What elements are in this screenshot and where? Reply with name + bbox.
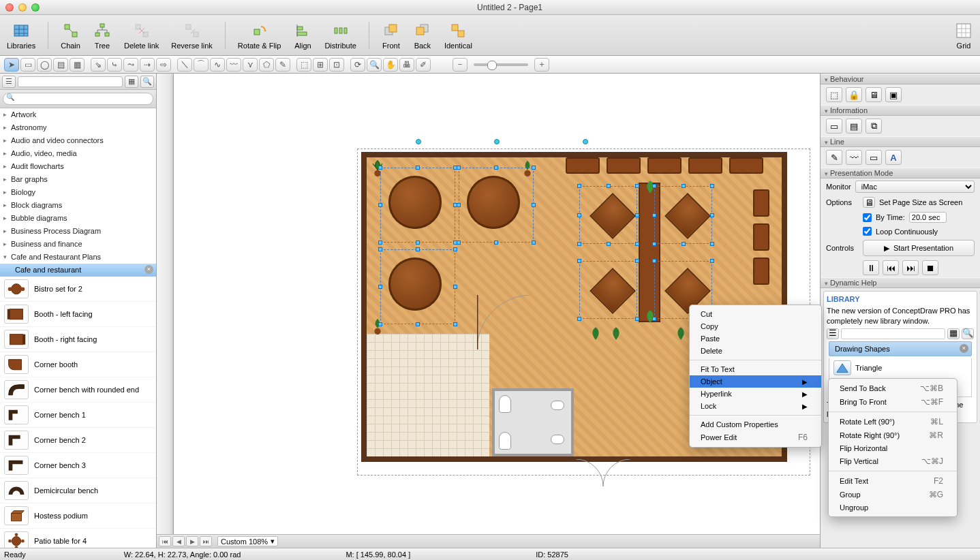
opt-set-page[interactable]: Set Page Size as Screen bbox=[879, 198, 962, 206]
zoom-slider[interactable] bbox=[474, 63, 528, 66]
edit-tool-2[interactable]: ⊞ bbox=[313, 58, 328, 72]
minimize-window-button[interactable] bbox=[18, 3, 27, 12]
ctx-cut[interactable]: Cut bbox=[690, 308, 821, 320]
shape-corner-bench-2[interactable]: Corner bench 2 bbox=[0, 428, 156, 453]
connector-tool-3[interactable]: ⤳ bbox=[123, 58, 138, 72]
pointer-tool[interactable]: ➤ bbox=[4, 58, 19, 72]
library-block-diagrams[interactable]: Block diagrams bbox=[0, 199, 156, 212]
opt-by-time-check[interactable] bbox=[863, 213, 872, 222]
line-style-icon[interactable]: 〰 bbox=[846, 150, 862, 165]
toolbar-chain[interactable]: Chain bbox=[61, 21, 80, 50]
library-biology[interactable]: Biology bbox=[0, 186, 156, 199]
stop-icon[interactable]: ⏹ bbox=[922, 260, 938, 275]
close-icon[interactable]: × bbox=[144, 265, 153, 274]
freeform-tool[interactable]: ✎ bbox=[275, 58, 290, 72]
ellipse-tool[interactable]: ◯ bbox=[37, 58, 52, 72]
hand-tool[interactable]: ✋ bbox=[383, 58, 398, 72]
library-tree[interactable]: ArtworkAstronomyAudio and video connecto… bbox=[0, 108, 156, 264]
edit-tool-3[interactable]: ⊡ bbox=[329, 58, 344, 72]
library-search-input[interactable] bbox=[3, 93, 153, 105]
ctx-power-edit[interactable]: Power EditF6 bbox=[690, 431, 821, 444]
text-tool[interactable]: ▤ bbox=[53, 58, 68, 72]
table-tool[interactable]: ▦ bbox=[70, 58, 85, 72]
ctx-add-props[interactable]: Add Custom Properties bbox=[690, 418, 821, 431]
shape-list[interactable]: Bistro set for 2Booth - left facingBooth… bbox=[0, 277, 156, 548]
pause-icon[interactable]: ⏸ bbox=[863, 260, 879, 275]
shape-corner-booth[interactable]: Corner booth bbox=[0, 352, 156, 377]
tab-prev[interactable]: ◀ bbox=[172, 536, 185, 546]
by-time-input[interactable] bbox=[909, 212, 947, 223]
ctx-fit-to-text[interactable]: Fit To Text bbox=[690, 363, 821, 375]
library-selected[interactable]: Cafe and restaurant × bbox=[0, 264, 156, 277]
toolbar-identical[interactable]: Identical bbox=[444, 21, 472, 50]
line-pen-icon[interactable]: ✎ bbox=[826, 150, 842, 165]
toolbar-back[interactable]: Back bbox=[413, 21, 432, 50]
shape-booth-left-facing[interactable]: Booth - left facing bbox=[0, 302, 156, 327]
ctx-object[interactable]: Object▶ bbox=[690, 375, 821, 388]
curve-tool[interactable]: ∿ bbox=[210, 58, 225, 72]
opt-loop-check[interactable] bbox=[863, 227, 872, 236]
print-tool[interactable]: 🖶 bbox=[399, 58, 414, 72]
shape-demicircular-bench[interactable]: Demicircular bench bbox=[0, 478, 156, 503]
shape-hostess-podium[interactable]: Hostess podium bbox=[0, 503, 156, 529]
toolbar-rotate-flip[interactable]: Rotate & Flip bbox=[238, 21, 281, 50]
rect-tool[interactable]: ▭ bbox=[20, 58, 35, 72]
library-bubble-diagrams[interactable]: Bubble diagrams bbox=[0, 212, 156, 225]
behaviour-layer-icon[interactable]: ▣ bbox=[885, 87, 902, 102]
library-filter-input[interactable] bbox=[18, 76, 123, 87]
shape-bistro-set-for-2[interactable]: Bistro set for 2 bbox=[0, 277, 156, 302]
ctx-delete[interactable]: Delete bbox=[690, 345, 821, 357]
section-dynamic-help[interactable]: Dynamic Help bbox=[821, 277, 980, 288]
library-audit-flowcharts[interactable]: Audit flowcharts bbox=[0, 160, 156, 173]
line-tool[interactable]: ＼ bbox=[177, 58, 192, 72]
connector-tool-1[interactable]: ⇘ bbox=[91, 58, 106, 72]
context-submenu-object[interactable]: Send To Back⌥⌘B Bring To Front⌥⌘F Rotate… bbox=[828, 378, 958, 517]
shape-corner-bench-with-rounded-end[interactable]: Corner bench with rounded end bbox=[0, 377, 156, 403]
panel-icons-view[interactable]: ▦ bbox=[125, 76, 138, 88]
monitor-select[interactable]: iMac bbox=[855, 181, 975, 193]
zoom-combo[interactable]: Custom 108%▾ bbox=[217, 536, 278, 546]
section-behaviour[interactable]: Behaviour bbox=[821, 74, 980, 84]
edit-tool-1[interactable]: ⬚ bbox=[296, 58, 311, 72]
panel-tree-toggle[interactable]: ☰ bbox=[2, 76, 16, 88]
zoom-out[interactable]: － bbox=[453, 58, 468, 72]
ctx-copy[interactable]: Copy bbox=[690, 320, 821, 332]
ds-triangle[interactable]: Triangle bbox=[829, 358, 971, 377]
library-business-process-diagram[interactable]: Business Process Diagram bbox=[0, 225, 156, 238]
toolbar-distribute[interactable]: Distribute bbox=[324, 21, 356, 50]
zoom-in[interactable]: ＋ bbox=[534, 58, 549, 72]
info-text-icon[interactable]: ▤ bbox=[846, 119, 862, 134]
ctx-group[interactable]: Group⌘G bbox=[829, 488, 957, 501]
library-cafe-and-restaurant-plans[interactable]: Cafe and Restaurant Plans bbox=[0, 251, 156, 264]
ctx-flip-h[interactable]: Flip Horizontal bbox=[829, 442, 957, 454]
library-astronomy[interactable]: Astronomy bbox=[0, 121, 156, 134]
shape-patio-table-for-4[interactable]: Patio table for 4 bbox=[0, 529, 156, 548]
behaviour-select-icon[interactable]: ⬚ bbox=[826, 87, 842, 102]
context-menu[interactable]: Cut Copy Paste Delete Fit To Text Object… bbox=[689, 305, 822, 448]
connector-tool-2[interactable]: ⤷ bbox=[107, 58, 122, 72]
toolbar-front[interactable]: Front bbox=[382, 21, 401, 50]
polyline-tool[interactable]: ⋎ bbox=[243, 58, 258, 72]
connector-tool-4[interactable]: ⇢ bbox=[140, 58, 155, 72]
shape-corner-bench-1[interactable]: Corner bench 1 bbox=[0, 403, 156, 428]
section-presentation[interactable]: Presentation Mode bbox=[821, 168, 980, 178]
ctx-rot-left[interactable]: Rotate Left (90°)⌘L bbox=[829, 415, 957, 429]
ctx-send-back[interactable]: Send To Back⌥⌘B bbox=[829, 382, 957, 395]
library-artwork[interactable]: Artwork bbox=[0, 108, 156, 121]
arc-tool[interactable]: ⌒ bbox=[194, 58, 209, 72]
eyedropper-tool[interactable]: ✐ bbox=[416, 58, 431, 72]
ctx-rot-right[interactable]: Rotate Right (90°)⌘R bbox=[829, 429, 957, 442]
magnify-tool[interactable]: 🔍 bbox=[367, 58, 382, 72]
ctx-lock[interactable]: Lock▶ bbox=[690, 400, 821, 412]
library-audio-and-video-connectors[interactable]: Audio and video connectors bbox=[0, 134, 156, 147]
prev-icon[interactable]: ⏮ bbox=[883, 260, 899, 275]
tab-last[interactable]: ⏭ bbox=[200, 536, 212, 546]
section-information[interactable]: Information bbox=[821, 105, 980, 116]
bezier-tool[interactable]: 〰 bbox=[226, 58, 241, 72]
behaviour-print-icon[interactable]: 🖥 bbox=[866, 87, 882, 102]
ctx-hyperlink[interactable]: Hyperlink▶ bbox=[690, 388, 821, 400]
tab-first[interactable]: ⏮ bbox=[159, 536, 171, 546]
ctx-ungroup[interactable]: Ungroup bbox=[829, 501, 957, 514]
tab-next[interactable]: ▶ bbox=[186, 536, 198, 546]
shape-booth-right-facing[interactable]: Booth - right facing bbox=[0, 327, 156, 352]
